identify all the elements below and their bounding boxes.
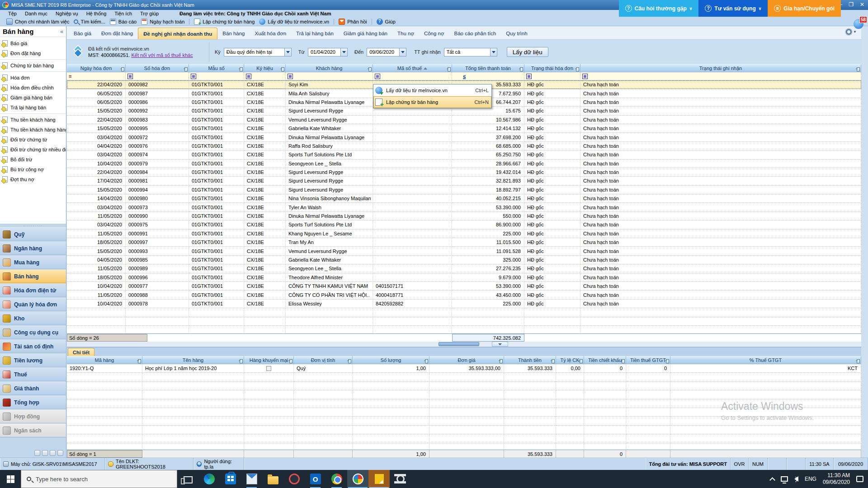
sidebar-module-giá-thành[interactable]: Giá thành <box>0 381 66 395</box>
taskbar-file-explorer-icon[interactable] <box>262 470 283 488</box>
advise-button[interactable]: ? Tư vấn sử dụng∨ <box>698 0 768 17</box>
sidebar-module-hóa-đơn-điện-tử[interactable]: Hóa đơn điện tử <box>0 283 66 297</box>
menu-item[interactable]: Danh mục <box>25 11 47 16</box>
invoice-row[interactable]: 11/05/2020000099001GTKT0/001CX/18EDinuka… <box>67 212 861 221</box>
filter-cell[interactable] <box>580 72 861 80</box>
sidebar-module-mua-hàng[interactable]: Mua hàng <box>0 255 66 269</box>
taskbar-settings-icon[interactable] <box>390 470 411 488</box>
sidebar-collapse-icon[interactable]: « <box>60 28 63 35</box>
menu-item[interactable]: Tệp <box>8 11 17 16</box>
tab-công-nợ[interactable]: Công nợ <box>419 28 449 39</box>
sidebar-item[interactable]: Hóa đơn điều chỉnh <box>0 83 66 93</box>
tab-đề-nghị-ghi-nhận-doanh-thu[interactable]: Đề nghị ghi nhận doanh thu <box>138 28 217 39</box>
column-header-8[interactable]: Trạng thái hóa đơn <box>524 64 580 72</box>
toolbar-button[interactable]: Chọn chi nhánh làm việc <box>6 19 69 25</box>
invoice-row[interactable]: 22/04/2020000098401GTKT0/001CX/18ESigurd… <box>67 168 861 177</box>
fetch-data-button[interactable]: Lấy dữ liệu <box>507 47 548 57</box>
toolbar-button[interactable]: Lấy dữ liệu từ meInvoice.vn <box>259 19 329 25</box>
tab-thu-nợ[interactable]: Thu nợ <box>392 28 419 39</box>
tab-quy-trình[interactable]: Quy trình <box>501 28 532 39</box>
toolbar-button[interactable]: Giúp <box>377 19 396 25</box>
promo-checkbox[interactable] <box>266 366 271 371</box>
tab-xuất-hóa-đơn[interactable]: Xuất hóa đơn <box>250 28 292 39</box>
detail-column-header-2[interactable]: Tên hàng <box>142 356 244 364</box>
toolbar-button[interactable]: Phản hồi <box>339 19 367 25</box>
column-header-5[interactable]: Khách hàng <box>286 64 373 72</box>
sidebar-item[interactable]: Thu tiền khách hàng hàng l... <box>0 125 66 135</box>
to-date-input[interactable]: 09/06/2020 <box>367 48 406 56</box>
invoice-row[interactable]: 10/04/2020000097901GTKT0/001CX/18ESeongy… <box>67 160 861 168</box>
sidebar-module-hợp-đồng[interactable]: Hợp đồng <box>0 409 66 423</box>
taskbar-mail-icon[interactable] <box>241 470 262 488</box>
invoice-row[interactable]: 14/04/2020000098001GTKT0/001CX/18ENina V… <box>67 194 861 203</box>
sidebar-item[interactable]: Đối trừ chứng từ <box>0 135 66 145</box>
invoice-row[interactable]: 03/04/2020000097201GTKT0/001CX/18EDinuka… <box>67 133 861 141</box>
menu-item[interactable]: Hệ thống <box>86 11 107 16</box>
sidebar-module-công-cụ-dụng-cụ[interactable]: Công cụ dụng cụ <box>0 325 66 339</box>
invoice-row[interactable]: 03/04/2020000097301GTKT0/001CX/18ETyler … <box>67 203 861 211</box>
invoice-row[interactable]: 03/04/2020000097401GTKT0/001CX/18ESports… <box>67 150 861 159</box>
menu-item[interactable]: Nghiệp vụ <box>56 11 78 16</box>
action-center-icon[interactable] <box>856 476 863 482</box>
taskbar-outlook-icon[interactable]: O <box>305 470 326 488</box>
from-date-input[interactable]: 01/04/2020 <box>308 48 348 56</box>
sidebar-module-ngân-hàng[interactable]: Ngân hàng <box>0 241 66 255</box>
invoice-row[interactable]: 22/04/2020000098301GTKT0/001CX/18EVemund… <box>67 116 861 124</box>
sidebar-module-quỹ[interactable]: Quỹ <box>0 227 66 241</box>
tab-giảm-giá-hàng-bán[interactable]: Giảm giá hàng bán <box>339 28 392 39</box>
filter-cell[interactable]: = <box>67 72 126 80</box>
taskbar-clock[interactable]: 11:30 AM09/06/2020 <box>823 472 850 486</box>
faq-button[interactable]: ? Câu hỏi thường gặp∨ <box>619 0 699 17</box>
detail-column-header-1[interactable]: Mã hàng <box>67 356 142 364</box>
column-filter-icon[interactable] <box>288 74 293 79</box>
filter-cell[interactable] <box>189 72 244 80</box>
column-header-9[interactable]: Trạng thái ghi nhận <box>580 64 861 72</box>
column-filter-icon[interactable] <box>375 74 380 79</box>
taskbar-chrome-icon[interactable] <box>326 470 347 488</box>
close-button[interactable]: ✕ <box>860 1 864 8</box>
splitter-collapse-button[interactable] <box>492 342 508 347</box>
tab-bán-hàng[interactable]: Bán hàng <box>217 28 250 39</box>
menu-item[interactable]: Trợ giúp <box>140 11 159 16</box>
taskbar-misa-sme-icon[interactable] <box>368 470 390 488</box>
column-header-1[interactable]: Ngày hóa đơn <box>67 64 126 72</box>
detail-row[interactable]: 1920:Y1-QHọc phí Lớp 1 năm học 2019-20Qu… <box>67 364 861 373</box>
filter-cell[interactable] <box>524 72 580 80</box>
sidebar-module-tiền-lương[interactable]: Tiền lương <box>0 353 66 367</box>
invoice-row[interactable]: 03/04/2020000097501GTKT0/001CX/18ESports… <box>67 221 861 229</box>
taskbar-misa-amis-icon[interactable] <box>347 470 368 488</box>
taskbar-task-view-icon[interactable] <box>177 470 198 488</box>
detail-column-header-10[interactable]: Tiền thuế GTGT <box>626 356 670 364</box>
tab-settings-button[interactable]: ▼ <box>846 29 857 35</box>
sidebar-item[interactable]: Bỏ đối trừ <box>0 155 66 164</box>
taskbar-edge-icon[interactable] <box>198 470 220 488</box>
connect-other-tax-link[interactable]: Kết nối với mã số thuế khác <box>131 52 193 58</box>
sidebar-item[interactable]: Đơn đặt hàng <box>0 48 66 58</box>
menu-item[interactable]: Tiện ích <box>114 11 132 16</box>
tab-báo-giá[interactable]: Báo giá <box>69 28 96 39</box>
column-header-6[interactable]: Mã số thuế <box>373 64 452 72</box>
column-header-7[interactable]: Tổng tiền thanh toán <box>452 64 524 72</box>
filter-cell[interactable] <box>286 72 373 80</box>
tab-detail[interactable]: Chi tiết <box>68 348 94 357</box>
sidebar-item[interactable]: Chứng từ bán hàng <box>0 61 66 70</box>
chevron-more-icon[interactable] <box>57 450 63 456</box>
sidebar-item[interactable]: Đợt thu nợ <box>0 174 66 184</box>
detail-column-header-8[interactable]: Tỷ lệ CK <box>556 356 584 364</box>
language-indicator[interactable]: ENG <box>805 476 816 482</box>
column-header-4[interactable]: Ký hiệu <box>244 64 286 72</box>
period-select[interactable]: Đầu quý đến hiện tại <box>224 48 292 56</box>
taskbar-snip-icon[interactable] <box>283 470 305 488</box>
detail-column-header-3[interactable]: Hàng khuyến mại <box>244 356 294 364</box>
column-filter-icon[interactable] <box>246 74 251 79</box>
horizontal-scrollbar[interactable] <box>67 342 861 347</box>
column-filter-icon[interactable] <box>127 74 133 79</box>
context-menu-item[interactable]: Lập chứng từ bán hàngCtrl+N <box>373 96 491 108</box>
column-header-3[interactable]: Mẫu số <box>189 64 244 72</box>
sidebar-module-quản-lý-hóa-đơn[interactable]: Quản lý hóa đơn <box>0 297 66 311</box>
filter-cell[interactable]: ≤ <box>452 72 524 80</box>
invoice-row[interactable]: 11/05/2020000098901GTKT0/001CX/18ESeongy… <box>67 264 861 273</box>
invoice-row[interactable]: 04/04/2020000097601GTKT0/001CX/18ERaffa … <box>67 142 861 150</box>
scrollbar-thumb[interactable] <box>439 342 479 346</box>
tray-chevron-up-icon[interactable] <box>769 477 775 483</box>
